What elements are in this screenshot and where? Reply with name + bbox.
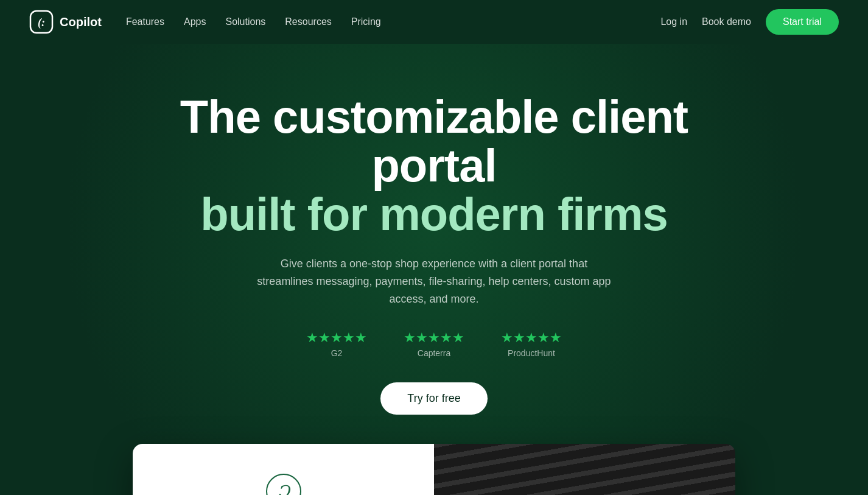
hero-description: Give clients a one-stop shop experience …: [251, 255, 617, 307]
nav-links: Features Apps Solutions Resources Pricin…: [126, 16, 381, 27]
login-panel: Ↄ Continue with Google OR: [133, 444, 434, 495]
rating-producthunt: ★★★★★ ProductHunt: [501, 330, 562, 358]
nav-item-resources[interactable]: Resources: [285, 16, 331, 27]
capterra-label: Capterra: [418, 348, 450, 358]
producthunt-label: ProductHunt: [508, 348, 555, 358]
nav-item-apps[interactable]: Apps: [184, 16, 206, 27]
rating-g2: ★★★★★ G2: [306, 330, 367, 358]
login-panel-logo: Ↄ: [265, 473, 302, 495]
nav-item-features[interactable]: Features: [126, 16, 164, 27]
login-link[interactable]: Log in: [660, 16, 687, 27]
logo-link[interactable]: (: Copilot: [29, 10, 102, 34]
preview-section: Ↄ Continue with Google OR: [29, 444, 839, 495]
svg-text:Ↄ: Ↄ: [278, 483, 291, 495]
dark-preview-panel: [434, 444, 735, 495]
hero-headline-line1: The customizable client portal: [180, 91, 688, 191]
ratings-row: ★★★★★ G2 ★★★★★ Capterra ★★★★★ ProductHun…: [29, 330, 839, 358]
nav-left: (: Copilot Features Apps Solutions Resou…: [29, 10, 381, 34]
navbar: (: Copilot Features Apps Solutions Resou…: [0, 0, 868, 44]
capterra-stars: ★★★★★: [404, 330, 464, 346]
hero-headline-line2: built for modern firms: [200, 188, 668, 240]
slats-decoration: [434, 444, 735, 495]
copilot-logo-icon: (:: [29, 10, 54, 34]
book-demo-link[interactable]: Book demo: [702, 16, 751, 27]
try-for-free-button[interactable]: Try for free: [380, 382, 487, 415]
rating-capterra: ★★★★★ Capterra: [404, 330, 464, 358]
hero-headline: The customizable client portal built for…: [160, 93, 708, 238]
svg-text:(:: (:: [38, 16, 45, 29]
nav-item-pricing[interactable]: Pricing: [351, 16, 381, 27]
g2-stars: ★★★★★: [306, 330, 367, 346]
brand-name: Copilot: [60, 15, 102, 29]
nav-item-solutions[interactable]: Solutions: [225, 16, 265, 27]
producthunt-stars: ★★★★★: [501, 330, 562, 346]
preview-container: Ↄ Continue with Google OR: [133, 444, 735, 495]
hero-section: The customizable client portal built for…: [0, 44, 868, 495]
g2-label: G2: [331, 348, 343, 358]
nav-right: Log in Book demo Start trial: [660, 9, 839, 35]
start-trial-button[interactable]: Start trial: [766, 9, 839, 35]
